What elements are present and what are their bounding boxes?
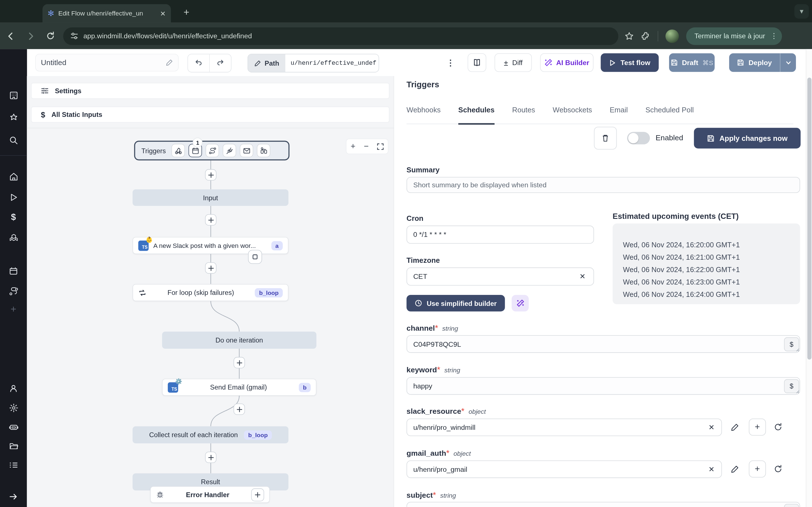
websocket-trigger-icon[interactable] (223, 144, 236, 158)
test-flow-button[interactable]: Test flow (601, 53, 659, 72)
early-stop-button[interactable] (248, 250, 262, 264)
add-step-button[interactable] (234, 404, 245, 415)
draft-button[interactable]: Draft ⌘S (669, 53, 715, 72)
sidebar-resources-icon[interactable] (0, 230, 27, 245)
tab-schedules[interactable]: Schedules (458, 106, 495, 125)
refresh-gmail-auth-icon[interactable] (774, 464, 782, 473)
flow-name-box[interactable]: Untitled (35, 54, 179, 71)
sidebar-folders-icon[interactable] (0, 438, 27, 454)
tab-websockets[interactable]: Websockets (553, 106, 592, 124)
add-error-handler-button[interactable] (251, 488, 264, 501)
browser-tab[interactable]: ✻ Edit Flow u/henri/effective_un ✕ (43, 4, 171, 23)
tab-close-icon[interactable]: ✕ (160, 10, 166, 17)
tab-email[interactable]: Email (610, 106, 627, 124)
enabled-toggle[interactable] (627, 132, 650, 144)
add-step-button[interactable] (205, 452, 216, 463)
toolbar-more-menu[interactable]: ⋮ (446, 54, 456, 71)
timezone-input[interactable] (407, 268, 594, 286)
delete-schedule-button[interactable] (594, 127, 617, 150)
sidebar-variables-icon[interactable]: $ (0, 210, 27, 225)
sidebar-search-icon[interactable] (0, 132, 27, 148)
panel-scrollbar[interactable] (806, 49, 812, 507)
sidebar-runs-icon[interactable] (0, 189, 27, 205)
simplified-builder-button[interactable]: Use simplified builder (407, 295, 505, 312)
resize-grip-icon[interactable] (796, 390, 800, 394)
subject-input[interactable] (407, 502, 800, 507)
refresh-slack-resource-icon[interactable] (774, 423, 782, 432)
profile-avatar[interactable] (665, 29, 679, 43)
ai-cron-button[interactable] (512, 295, 529, 312)
add-step-button[interactable] (205, 262, 216, 274)
sidebar-expand-icon[interactable] (0, 489, 27, 504)
bookmark-star-icon[interactable] (624, 31, 634, 41)
zoom-in-icon[interactable]: + (351, 142, 356, 151)
summary-input[interactable] (407, 177, 800, 193)
undo-button[interactable] (188, 54, 210, 72)
reload-icon[interactable] (42, 27, 59, 45)
sidebar-schedules-icon[interactable] (0, 263, 27, 279)
redo-button[interactable] (210, 54, 231, 72)
tab-webhooks[interactable]: Webhooks (407, 106, 441, 124)
apply-changes-button[interactable]: Apply changes now (694, 128, 801, 149)
triggers-node[interactable]: Triggers 1 (134, 141, 290, 161)
error-handler-node[interactable]: Error Handler (150, 487, 270, 503)
edit-slack-resource-icon[interactable] (731, 423, 739, 431)
sidebar-settings-icon[interactable] (0, 400, 27, 415)
subject-insert-variable-button[interactable]: $ (784, 504, 799, 507)
deploy-button[interactable]: Deploy (729, 59, 780, 66)
do-one-iteration-node[interactable]: Do one iteration (162, 332, 316, 349)
scrollbar-thumb[interactable] (807, 78, 811, 360)
browser-update-button[interactable]: Terminer la mise à jour ⋮ (686, 27, 782, 45)
browser-menu-icon[interactable]: ⋮ (770, 35, 777, 37)
scheduled-poll-trigger-icon[interactable] (257, 144, 270, 158)
flow-settings-row[interactable]: Settings (31, 83, 389, 99)
tab-routes[interactable]: Routes (512, 106, 535, 124)
slack-resource-input[interactable] (407, 418, 722, 436)
diff-button[interactable]: ± Diff (495, 53, 532, 72)
input-node[interactable]: Input (133, 189, 289, 206)
sidebar-workers-icon[interactable] (0, 419, 27, 435)
add-step-button[interactable] (234, 357, 245, 368)
deploy-dropdown-button[interactable] (780, 60, 796, 65)
path-input[interactable]: u/henri/effective_undef (285, 54, 378, 72)
edit-gmail-auth-icon[interactable] (731, 465, 739, 473)
sidebar-logs-icon[interactable] (0, 457, 27, 473)
webhook-trigger-icon[interactable] (171, 144, 185, 158)
docs-button[interactable] (468, 53, 486, 72)
send-email-node[interactable]: TS⚙️ Send Email (gmail) b (162, 379, 316, 396)
add-slack-resource-button[interactable]: + (749, 418, 766, 436)
sidebar-users-icon[interactable] (0, 381, 27, 396)
clear-gmail-auth-icon[interactable]: ✕ (709, 465, 715, 473)
tab-scheduled-poll[interactable]: Scheduled Poll (645, 106, 694, 124)
sidebar-routes-icon[interactable] (0, 284, 27, 299)
cron-input[interactable] (407, 226, 594, 244)
add-step-button[interactable] (205, 214, 216, 225)
sidebar-workspace-icon[interactable] (0, 87, 27, 103)
add-step-button[interactable] (205, 169, 216, 180)
gmail-auth-input[interactable] (407, 460, 722, 478)
ai-builder-button[interactable]: AI Builder (540, 53, 594, 72)
add-gmail-auth-button[interactable]: + (749, 460, 766, 478)
new-tab-button[interactable]: + (179, 5, 194, 19)
sidebar-favorites-icon[interactable] (0, 110, 27, 125)
clear-slack-resource-icon[interactable]: ✕ (709, 423, 715, 431)
sidebar-add-icon[interactable]: + (0, 302, 27, 317)
sidebar-home-icon[interactable] (0, 169, 27, 184)
back-icon[interactable] (2, 27, 19, 45)
collect-result-node[interactable]: Collect result of each iteration b_loop (133, 426, 289, 443)
edit-name-pencil-icon[interactable] (166, 59, 173, 66)
extensions-icon[interactable] (641, 31, 651, 41)
fit-view-icon[interactable] (377, 143, 384, 150)
route-trigger-icon[interactable] (206, 144, 219, 158)
url-bar[interactable]: app.windmill.dev/flows/edit/u/henri/effe… (63, 27, 618, 45)
for-loop-node[interactable]: For loop (skip failures) b_loop (133, 284, 289, 301)
site-settings-icon[interactable] (70, 32, 79, 40)
clear-timezone-icon[interactable]: ✕ (579, 272, 586, 280)
slack-step-node[interactable]: TS👶 A new Slack post with a given wor...… (133, 237, 289, 254)
schedule-trigger-icon[interactable]: 1 (189, 144, 202, 158)
forward-icon[interactable] (22, 27, 39, 45)
zoom-out-icon[interactable]: − (364, 142, 368, 151)
resize-grip-icon[interactable] (796, 348, 800, 352)
tab-search-chevron-icon[interactable]: ▼ (795, 4, 809, 18)
email-trigger-icon[interactable] (240, 144, 253, 158)
